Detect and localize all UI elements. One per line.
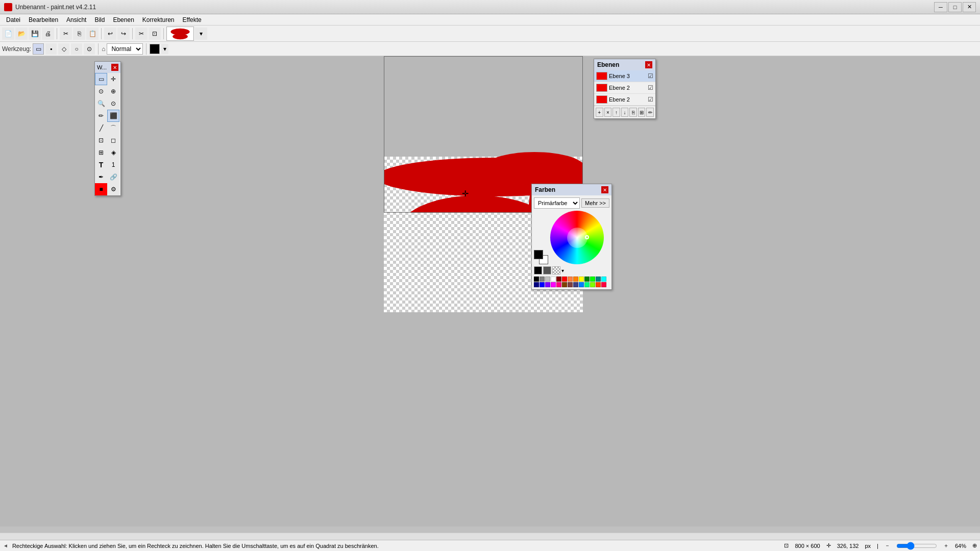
cut-button[interactable]: ✂: [60, 28, 72, 40]
move-tool[interactable]: ✛: [107, 73, 119, 85]
redo-button[interactable]: ↪: [117, 28, 130, 40]
clone-tool[interactable]: ⊞: [95, 146, 107, 159]
crop-button[interactable]: ✂: [135, 28, 148, 40]
sel-free-btn[interactable]: ◇: [58, 43, 69, 55]
preview-dropdown[interactable]: ▾: [195, 28, 207, 40]
menu-item-menu-datei[interactable]: Datei: [2, 15, 24, 24]
foreground-color-swatch[interactable]: [534, 250, 543, 259]
layer-dup-button[interactable]: ⎘: [629, 108, 637, 117]
layer-check-0[interactable]: ☑: [648, 72, 653, 80]
swatch-3[interactable]: [551, 277, 556, 282]
zoom-in-icon[interactable]: ＋: [943, 542, 949, 549]
swatch-2[interactable]: [545, 277, 550, 282]
swatch-21[interactable]: [579, 282, 584, 287]
layer-down-button[interactable]: ↓: [621, 108, 629, 117]
swatch-13[interactable]: [534, 282, 539, 287]
swatch-20[interactable]: [573, 282, 578, 287]
zoom-out-icon[interactable]: －: [885, 542, 890, 549]
colors-mode-select[interactable]: Primärfarbe Sekundärfarbe: [534, 197, 580, 209]
color-dark-swatch[interactable]: [543, 266, 551, 274]
layer-up-button[interactable]: ↑: [612, 108, 620, 117]
num-tool[interactable]: 1: [107, 159, 119, 171]
new-button[interactable]: 📄: [2, 28, 14, 40]
swatch-1[interactable]: [540, 277, 545, 282]
minimize-button[interactable]: ─: [934, 2, 947, 12]
swatch-dropdown[interactable]: ▾: [161, 44, 168, 54]
sel-ellipse-btn[interactable]: ○: [71, 43, 82, 55]
swatch-16[interactable]: [551, 282, 556, 287]
line-tool[interactable]: ╱: [95, 122, 107, 134]
colors-close-button[interactable]: ✕: [601, 186, 608, 193]
layers-scroll[interactable]: Ebene 3 ☑ Ebene 2 ☑ Ebene 2 ☑: [594, 70, 655, 106]
print-button[interactable]: 🖨: [42, 28, 54, 40]
swatch-22[interactable]: [584, 282, 590, 287]
swatch-14[interactable]: [540, 282, 545, 287]
copy-button[interactable]: ⎘: [73, 28, 85, 40]
color2-tool[interactable]: ⚙: [107, 183, 119, 195]
swatch-23[interactable]: [590, 282, 595, 287]
eyedropper-tool[interactable]: ✒: [95, 171, 107, 183]
colors-mehr-button[interactable]: Mehr >>: [581, 198, 609, 208]
swatch-5[interactable]: [562, 277, 567, 282]
swatch-7[interactable]: [573, 277, 578, 282]
layers-close-button[interactable]: ✕: [645, 61, 652, 68]
fill-tool[interactable]: ⊡: [95, 134, 107, 146]
layer-props-button[interactable]: ✏: [646, 108, 654, 117]
swatch-11[interactable]: [596, 277, 601, 282]
save-button[interactable]: 💾: [29, 28, 41, 40]
color-swatch[interactable]: [150, 44, 160, 54]
menu-item-menu-bild[interactable]: Bild: [90, 15, 109, 24]
brush-tool[interactable]: ⬛: [107, 110, 119, 122]
layers-header[interactable]: Ebenen ✕: [594, 59, 655, 70]
undo-button[interactable]: ↩: [104, 28, 116, 40]
swatch-0[interactable]: [534, 277, 539, 282]
link-tool[interactable]: 🔗: [107, 171, 119, 183]
blend-mode-select[interactable]: Normal Multiply Screen: [107, 43, 143, 55]
color-trans-swatch[interactable]: [552, 266, 560, 274]
layer-check-1[interactable]: ☑: [648, 84, 653, 91]
paste-button[interactable]: 📋: [86, 28, 99, 40]
zoom-slider[interactable]: [896, 542, 937, 550]
close-button[interactable]: ✕: [963, 2, 976, 12]
swatch-4[interactable]: [556, 277, 561, 282]
swatch-19[interactable]: [568, 282, 573, 287]
toolbox-close-button[interactable]: ✕: [111, 64, 118, 71]
swatch-15[interactable]: [545, 282, 550, 287]
swatch-9[interactable]: [584, 277, 590, 282]
menu-item-menu-ansicht[interactable]: Ansicht: [62, 15, 90, 24]
toolbox-header[interactable]: W... ✕: [95, 62, 120, 73]
recolor-tool[interactable]: ◈: [107, 146, 119, 159]
color-wheel-container[interactable]: [550, 211, 604, 264]
open-button[interactable]: 📂: [15, 28, 28, 40]
layer-add-button[interactable]: +: [596, 108, 603, 117]
layer-item-1[interactable]: Ebene 2 ☑: [594, 82, 655, 94]
swatch-10[interactable]: [590, 277, 595, 282]
pencil-tool[interactable]: ✏: [95, 110, 107, 122]
statusbar-scroll-left[interactable]: ◄: [3, 543, 8, 548]
color-tool[interactable]: ■: [95, 183, 107, 195]
layer-item-2[interactable]: Ebene 2 ☑: [594, 94, 655, 106]
swatch-18[interactable]: [562, 282, 567, 287]
layer-merge-button[interactable]: ⊞: [638, 108, 646, 117]
sel-rect-btn[interactable]: ▭: [33, 43, 44, 55]
swatch-8[interactable]: [579, 277, 584, 282]
menu-item-menu-korrekturen[interactable]: Korrekturen: [138, 15, 179, 24]
color-black-swatch[interactable]: [534, 266, 542, 274]
swatch-25[interactable]: [601, 282, 606, 287]
lasso-tool[interactable]: ⊙: [95, 85, 107, 97]
sel-sq-btn[interactable]: ▪: [45, 43, 57, 55]
colors-header[interactable]: Farben ✕: [532, 184, 611, 195]
magic-wand-tool[interactable]: ⊕: [107, 85, 119, 97]
swatch-17[interactable]: [556, 282, 561, 287]
resize-button[interactable]: ⊡: [149, 28, 161, 40]
color-wheel[interactable]: [550, 211, 604, 264]
swatch-12[interactable]: [601, 277, 606, 282]
maximize-button[interactable]: □: [948, 2, 962, 12]
layer-check-2[interactable]: ☑: [648, 96, 653, 103]
rect-select-tool[interactable]: ▭: [95, 73, 107, 85]
swatch-6[interactable]: [568, 277, 573, 282]
menu-item-menu-ebenen[interactable]: Ebenen: [109, 15, 138, 24]
layer-item-0[interactable]: Ebene 3 ☑: [594, 70, 655, 82]
menu-item-menu-effekte[interactable]: Effekte: [179, 15, 206, 24]
layer-delete-button[interactable]: ×: [604, 108, 612, 117]
